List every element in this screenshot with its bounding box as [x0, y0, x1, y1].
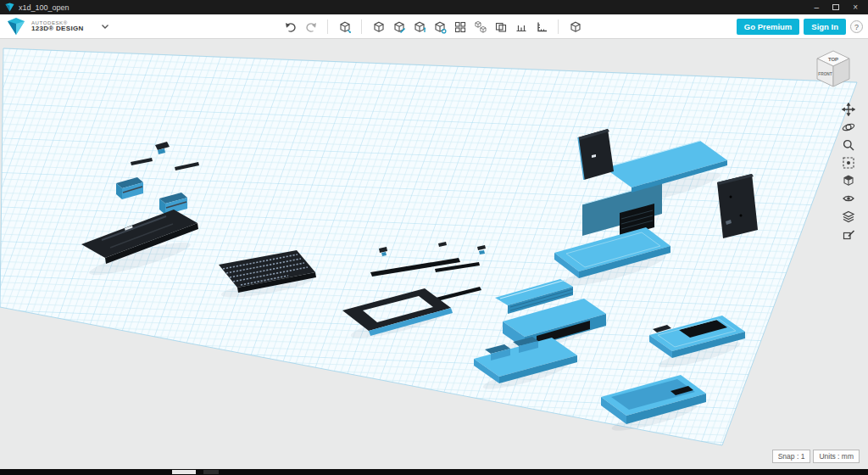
- fit-view-icon[interactable]: [841, 155, 856, 170]
- snap-setting[interactable]: Snap : 1: [772, 450, 811, 463]
- part-back-panel[interactable]: [578, 129, 614, 180]
- view-nav-bar: [841, 102, 856, 242]
- construct-icon[interactable]: [411, 19, 427, 35]
- chevron-down-icon[interactable]: [101, 24, 109, 30]
- viewport-canvas[interactable]: TOP FRONT: [0, 39, 868, 469]
- sign-in-button[interactable]: Sign In: [804, 19, 846, 35]
- primitives-icon[interactable]: [370, 19, 387, 35]
- scene-svg[interactable]: [0, 39, 868, 469]
- taskbar-app[interactable]: [203, 470, 219, 474]
- go-premium-button[interactable]: Go Premium: [737, 19, 800, 35]
- tool-strip: [282, 14, 583, 39]
- pattern-icon[interactable]: [452, 19, 468, 35]
- snap-icon[interactable]: [567, 19, 583, 35]
- toolbar-separator: [361, 20, 362, 34]
- titlebar: x1d_100_open – ×: [0, 0, 868, 14]
- redo-icon[interactable]: [303, 19, 319, 35]
- modify-icon[interactable]: [431, 19, 448, 35]
- zoom-icon[interactable]: [841, 137, 856, 153]
- sketch-icon[interactable]: [391, 19, 407, 35]
- account-bar: Go Premium Sign In ?: [737, 14, 863, 39]
- toolbar-separator: [558, 20, 559, 34]
- close-button[interactable]: ×: [853, 3, 858, 12]
- window-title: x1d_100_open: [19, 3, 70, 12]
- view-cube[interactable]: TOP FRONT: [809, 46, 858, 92]
- ruler-icon[interactable]: [533, 19, 549, 35]
- brand-menu[interactable]: AUTODESK® 123D® DESIGN: [6, 17, 109, 36]
- maximize-button[interactable]: [832, 4, 839, 10]
- transform-icon[interactable]: [337, 19, 353, 35]
- main-toolbar: AUTODESK® 123D® DESIGN: [0, 14, 868, 39]
- taskbar[interactable]: [0, 469, 868, 475]
- toolbar-separator: [327, 20, 328, 34]
- layers-icon[interactable]: [841, 209, 856, 224]
- edit-sketch-icon[interactable]: [841, 226, 856, 242]
- visibility-icon[interactable]: [841, 191, 856, 206]
- brand-line2: 123D® DESIGN: [31, 25, 84, 32]
- viewcube-top-label[interactable]: TOP: [828, 57, 838, 62]
- help-button[interactable]: ?: [850, 20, 863, 33]
- measure-icon[interactable]: [513, 19, 529, 35]
- app-logo-icon: [5, 3, 14, 12]
- 123d-logo-icon: [6, 17, 26, 36]
- view-mode-icon[interactable]: [841, 173, 856, 188]
- statusbar: Snap : 1 Units : mm: [772, 450, 860, 463]
- combine-icon[interactable]: [492, 19, 509, 35]
- pan-icon[interactable]: [841, 102, 856, 117]
- orbit-icon[interactable]: [841, 120, 856, 135]
- viewcube-front-label[interactable]: FRONT: [818, 72, 832, 76]
- part-side-panel[interactable]: [717, 174, 758, 238]
- minimize-button[interactable]: –: [815, 3, 820, 12]
- taskbar-active-app[interactable]: [172, 470, 196, 474]
- undo-icon[interactable]: [282, 19, 298, 35]
- units-setting[interactable]: Units : mm: [813, 450, 860, 463]
- grouping-icon[interactable]: [472, 19, 488, 35]
